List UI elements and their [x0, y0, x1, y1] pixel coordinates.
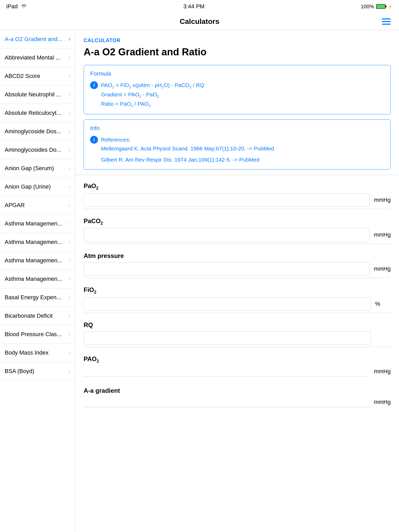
sidebar-item-label-absolute-reticulocyt: Absolute Reticulocyt... [5, 110, 61, 116]
paco2-field: PaCO2 mmHg [84, 217, 391, 244]
sidebar-item-asthma-management1[interactable]: Asthma Managemen...› [0, 215, 75, 233]
rq-row [84, 331, 391, 347]
rq-input[interactable] [84, 331, 371, 345]
chevron-icon-apgar: › [69, 202, 70, 209]
aa-gradient-field: A-a gradient mmHg [84, 387, 391, 409]
sidebar-item-apgar[interactable]: APGAR› [0, 196, 75, 215]
sidebar-item-absolute-neutrophil[interactable]: Absolute Neutrophil ...› [0, 85, 75, 104]
sidebar-item-label-aminoglycosides-do: Aminoglycosides Do... [5, 147, 61, 153]
sidebar-item-label-absolute-neutrophil: Absolute Neutrophil ... [5, 91, 61, 98]
sidebar-item-aminoglycoside-dos1[interactable]: Aminoglycoside Dos...› [0, 122, 75, 141]
menu-button[interactable] [380, 16, 393, 27]
chevron-icon-absolute-neutrophil: › [69, 91, 70, 98]
sidebar-item-anion-gap-serum[interactable]: Anion Gap (Serum)› [0, 159, 75, 178]
sidebar-item-label-abcd2: ABCD2 Score [5, 73, 40, 79]
sidebar-item-asthma-management2[interactable]: Asthma Managemen...› [0, 233, 75, 251]
calc-section-label: CALCULATOR [84, 37, 391, 43]
sidebar-item-absolute-reticulocyt[interactable]: Absolute Reticulocyt...› [0, 104, 75, 122]
info-box: Info i References: Mellemgaard K. Acta P… [84, 119, 391, 170]
rq-field: RQ [84, 321, 391, 347]
sidebar-item-asthma-management3[interactable]: Asthma Managemen...› [0, 251, 75, 270]
sidebar-item-label-blood-pressure: Blood Pressure Clas... [5, 331, 62, 338]
rq-label: RQ [84, 321, 391, 329]
fio2-input[interactable] [84, 297, 371, 311]
calc-form-section: PaO2 mmHg PaCO2 mmHg Atm pressure [75, 175, 399, 425]
pao2-unit: mmHg [374, 197, 391, 203]
sidebar-item-label-anion-gap-urine: Anion Gap (Urine) [5, 183, 51, 190]
pao2-output-line [84, 366, 370, 377]
formula-text: PAO2 = FiO2 x(pAtm - pH2O) - PaCO2 / RQ … [101, 81, 204, 109]
formula-content: i PAO2 = FiO2 x(pAtm - pH2O) - PaCO2 / R… [90, 81, 384, 109]
sidebar-item-abbreviated-mental[interactable]: Abbreviated Mental ...› [0, 49, 75, 67]
reference-2[interactable]: Gilbert R. Am Rev Respir Dis. 1974 Jan;1… [101, 155, 274, 164]
chevron-icon-aminoglycosides-do: › [69, 147, 70, 153]
sidebar-item-bsa-boyd[interactable]: BSA (Boyd)› [0, 362, 75, 381]
menu-line-2 [382, 21, 391, 22]
chevron-icon-aminoglycoside-dos1: › [69, 128, 70, 135]
device-label: iPad [6, 3, 18, 10]
sidebar-item-body-mass-index[interactable]: Body Mass Index› [0, 344, 75, 362]
chevron-icon-abcd2: › [69, 73, 70, 79]
chevron-icon-bicarbonate-deficit: › [69, 312, 70, 319]
chevron-icon-basal-energy: › [69, 294, 70, 301]
battery-icon [376, 4, 385, 9]
atm-input[interactable] [84, 262, 370, 276]
chevron-icon-asthma-management4: › [69, 276, 70, 282]
aa-gradient-label: A-a gradient [84, 387, 391, 394]
menu-line-3 [382, 24, 391, 25]
chevron-icon-bsa-boyd: › [69, 368, 70, 375]
sidebar-item-aa-o2[interactable]: A-a O2 Gradient and...› [0, 30, 75, 49]
sidebar-item-label-abbreviated-mental: Abbreviated Mental ... [5, 54, 60, 61]
fio2-row: % [84, 297, 391, 313]
chevron-icon-anion-gap-urine: › [69, 183, 70, 190]
chevron-icon-abbreviated-mental: › [69, 54, 70, 61]
sidebar-item-basal-energy[interactable]: Basal Energy Expen...› [0, 288, 75, 307]
formula-line3: Ratio = PaO2 / PAO2 [101, 99, 204, 109]
sidebar-item-label-apgar: APGAR [5, 202, 25, 209]
chevron-icon-anion-gap-serum: › [69, 165, 70, 172]
formula-box: Formula i PAO2 = FiO2 x(pAtm - pH2O) - P… [84, 65, 391, 114]
pao2-label: PaO2 [84, 182, 391, 191]
sidebar-item-label-aa-o2: A-a O2 Gradient and... [5, 36, 62, 43]
chevron-icon-body-mass-index: › [69, 349, 70, 356]
main-container: A-a O2 Gradient and...›Abbreviated Menta… [0, 30, 399, 532]
time-display: 3:44 PM [183, 3, 204, 10]
chevron-icon-absolute-reticulocyt: › [69, 110, 70, 116]
pao2-row: mmHg [84, 193, 391, 209]
atm-unit: mmHg [374, 265, 391, 272]
aa-gradient-row: mmHg [84, 397, 391, 409]
chevron-icon-aa-o2: › [69, 36, 70, 43]
sidebar-item-label-asthma-management2: Asthma Managemen... [5, 239, 62, 245]
pao2-input[interactable] [84, 193, 370, 207]
sidebar-item-anion-gap-urine[interactable]: Anion Gap (Urine)› [0, 178, 75, 196]
battery-percent: 100% [361, 4, 374, 10]
status-bar: iPad 3:44 PM 100% ⚡ [0, 0, 399, 13]
pao2-output-unit: mmHg [374, 368, 391, 375]
reference-1[interactable]: Mellemgaard K. Acta Physiol Scand. 1966 … [101, 144, 274, 153]
sidebar-item-label-anion-gap-serum: Anion Gap (Serum) [5, 165, 54, 172]
calc-header-section: CALCULATOR A-a O2 Gradient and Ratio For… [75, 30, 399, 175]
content-area: CALCULATOR A-a O2 Gradient and Ratio For… [75, 30, 399, 532]
sidebar-item-blood-pressure[interactable]: Blood Pressure Clas...› [0, 325, 75, 344]
formula-header: Formula [90, 70, 384, 77]
chevron-icon-asthma-management2: › [69, 239, 70, 245]
formula-info-icon: i [90, 81, 98, 89]
info-references: References: Mellemgaard K. Acta Physiol … [101, 135, 274, 164]
info-header: Info [90, 125, 384, 132]
fio2-unit: % [375, 301, 391, 307]
sidebar-item-label-asthma-management4: Asthma Managemen... [5, 276, 62, 282]
sidebar: A-a O2 Gradient and...›Abbreviated Menta… [0, 30, 75, 532]
sidebar-item-asthma-management4[interactable]: Asthma Managemen...› [0, 270, 75, 288]
sidebar-item-aminoglycosides-do[interactable]: Aminoglycosides Do...› [0, 141, 75, 159]
paco2-input[interactable] [84, 228, 370, 242]
sidebar-item-abcd2[interactable]: ABCD2 Score› [0, 67, 75, 85]
nav-bar: Calculators [0, 13, 399, 30]
sidebar-item-bicarbonate-deficit[interactable]: Bicarbonate Deficit› [0, 307, 75, 325]
sidebar-item-label-body-mass-index: Body Mass Index [5, 349, 49, 356]
paco2-label: PaCO2 [84, 217, 391, 226]
sidebar-item-label-asthma-management3: Asthma Managemen... [5, 257, 62, 264]
fio2-label: FiO2 [84, 286, 391, 295]
status-left: iPad [6, 3, 27, 10]
sidebar-item-label-bicarbonate-deficit: Bicarbonate Deficit [5, 312, 53, 319]
sidebar-item-label-asthma-management1: Asthma Managemen... [5, 220, 62, 227]
